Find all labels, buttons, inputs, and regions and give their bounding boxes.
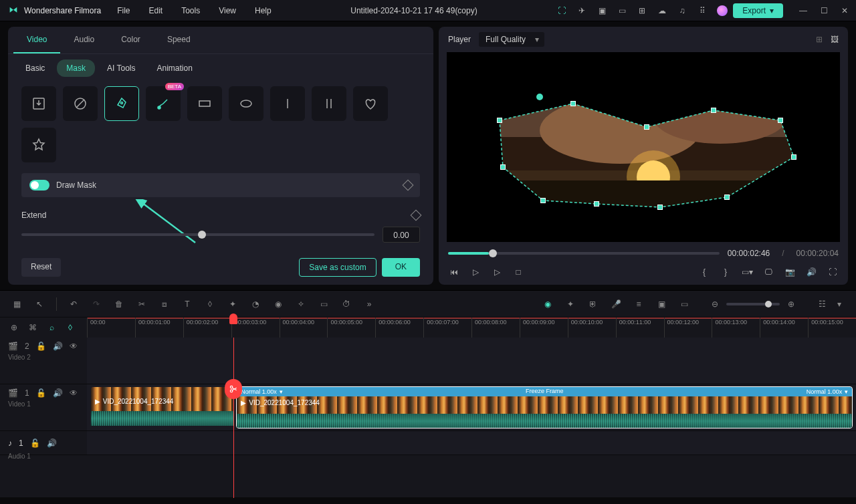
ai-avatar-icon[interactable] — [717, 5, 728, 16]
keyframe-icon[interactable] — [411, 210, 422, 221]
volume-icon[interactable]: 🔊 — [805, 266, 817, 278]
grid-view-icon[interactable]: ⊞ — [816, 35, 823, 44]
library-icon[interactable]: ⊞ — [637, 5, 647, 16]
shield-icon[interactable]: ⛨ — [587, 298, 599, 310]
mask-pivot-handle[interactable] — [536, 94, 543, 100]
mark-out-icon[interactable]: } — [720, 266, 732, 278]
mixer-icon[interactable]: ≡ — [633, 298, 645, 310]
tab-video[interactable]: Video — [13, 27, 60, 53]
mask-heart[interactable] — [353, 86, 388, 121]
mute-icon[interactable]: 🔊 — [53, 388, 63, 398]
extend-value[interactable]: 0.00 — [383, 227, 420, 243]
export-button[interactable]: Export ▾ — [733, 3, 783, 18]
timer-icon[interactable]: ⏱ — [340, 298, 352, 310]
tab-audio[interactable]: Audio — [60, 27, 108, 53]
subtab-mask[interactable]: Mask — [57, 59, 95, 77]
more-icon[interactable]: » — [363, 298, 375, 310]
lock-icon[interactable]: 🔓 — [36, 388, 46, 398]
ai-tool-icon[interactable]: ✧ — [295, 298, 307, 310]
lock-icon[interactable]: 🔓 — [30, 438, 40, 448]
reset-button[interactable]: Reset — [21, 258, 61, 277]
mask-star[interactable] — [21, 128, 56, 162]
caption-icon[interactable]: ▭ — [678, 298, 690, 310]
mask-handle[interactable] — [657, 205, 663, 210]
maximize-button[interactable]: ☐ — [821, 6, 828, 15]
preview-area[interactable] — [447, 52, 840, 242]
add-track-icon[interactable]: ⊕ — [8, 322, 20, 334]
menu-tools[interactable]: Tools — [181, 6, 200, 15]
mask-brush-draw[interactable]: BETA — [146, 86, 181, 121]
split-icon[interactable]: ✂ — [136, 298, 148, 310]
subtitle-icon[interactable]: ▭ — [318, 298, 330, 310]
color-icon[interactable]: ◉ — [272, 298, 284, 310]
mask-pen-draw[interactable] — [104, 86, 139, 121]
mask-none[interactable] — [63, 86, 98, 121]
mask-line-single[interactable] — [270, 86, 305, 121]
mask-line-double[interactable] — [312, 86, 346, 121]
tab-speed[interactable]: Speed — [154, 27, 204, 53]
playhead-split-button[interactable] — [225, 379, 242, 399]
mask-handle[interactable] — [644, 124, 649, 130]
mask-ellipse[interactable] — [229, 86, 263, 121]
mask-handle[interactable] — [724, 195, 730, 200]
subtab-basic[interactable]: Basic — [16, 59, 54, 77]
save-custom-button[interactable]: Save as custom — [299, 258, 376, 277]
mask-handle[interactable] — [594, 201, 599, 207]
keyframe-icon[interactable] — [403, 180, 414, 191]
track-body[interactable] — [87, 338, 856, 384]
subtab-ai-tools[interactable]: AI Tools — [98, 59, 144, 77]
magnet-icon[interactable]: ⌕ — [45, 322, 58, 334]
menu-file[interactable]: File — [117, 6, 130, 15]
prev-frame-icon[interactable]: ⏮ — [448, 266, 460, 278]
ai-badge-icon[interactable]: ◉ — [542, 298, 554, 310]
quality-select[interactable]: Full Quality — [479, 32, 544, 47]
track-body[interactable] — [87, 431, 856, 455]
cloud-icon[interactable]: ☁ — [657, 5, 667, 16]
timeline-ruler[interactable]: 00:0000:00:01:0000:00:02:0000:00:03:0000… — [87, 318, 856, 338]
zoom-in-icon[interactable]: ⊕ — [785, 298, 797, 310]
visibility-icon[interactable]: 👁 — [70, 342, 78, 351]
ok-button[interactable]: OK — [382, 258, 420, 277]
visibility-icon[interactable]: 👁 — [70, 388, 78, 398]
tab-color[interactable]: Color — [108, 27, 154, 53]
display-icon[interactable]: 🖵 — [762, 266, 774, 278]
snapshot-icon[interactable]: 📷 — [784, 266, 796, 278]
mask-handle[interactable] — [540, 198, 546, 203]
clip[interactable]: ▶VID_20221004_172344 — [91, 387, 233, 428]
send-icon[interactable]: ✈ — [576, 5, 587, 16]
mask-rectangle[interactable] — [187, 86, 222, 121]
redo-icon[interactable]: ↷ — [90, 298, 102, 310]
mic-icon[interactable]: 🎤 — [610, 298, 622, 310]
close-button[interactable]: ✕ — [841, 6, 848, 15]
mask-preview-overlay[interactable] — [486, 70, 800, 224]
enhance-icon[interactable]: ✦ — [564, 298, 576, 310]
stop-icon[interactable]: □ — [512, 266, 524, 278]
zoom-slider[interactable] — [726, 303, 780, 305]
undo-icon[interactable]: ↶ — [68, 298, 80, 310]
pip-icon[interactable]: ▣ — [655, 298, 667, 310]
track-body[interactable]: ▶VID_20221004_172344 Normal 1.00x▾ Freez… — [87, 384, 856, 430]
mask-handle[interactable] — [500, 164, 506, 170]
marker-icon[interactable]: ◊ — [64, 322, 76, 334]
next-frame-icon[interactable]: ▷ — [491, 266, 503, 278]
minimize-button[interactable]: — — [799, 6, 807, 15]
zoom-out-icon[interactable]: ⊖ — [709, 298, 721, 310]
ratio-icon[interactable]: ▭▾ — [741, 266, 753, 278]
delete-icon[interactable]: 🗑 — [113, 298, 125, 310]
speed-icon[interactable]: ◔ — [249, 298, 261, 310]
mute-icon[interactable]: 🔊 — [47, 438, 57, 448]
mute-icon[interactable]: 🔊 — [53, 342, 63, 351]
extend-slider[interactable] — [21, 233, 374, 236]
gift-icon[interactable]: ⛶ — [556, 5, 567, 16]
layout-icon[interactable]: ▦ — [11, 298, 23, 310]
screen-record-icon[interactable]: ▣ — [597, 5, 607, 16]
shape-icon[interactable]: ◊ — [204, 298, 216, 310]
image-view-icon[interactable]: 🖼 — [831, 35, 839, 44]
mark-in-icon[interactable]: { — [698, 266, 710, 278]
menu-help[interactable]: Help — [255, 6, 272, 15]
menu-edit[interactable]: Edit — [149, 6, 163, 15]
play-icon[interactable]: ▷ — [469, 266, 481, 278]
link-icon[interactable]: ⌘ — [27, 322, 39, 334]
mask-handle[interactable] — [711, 108, 716, 113]
track-view-icon[interactable]: ☷ — [816, 298, 828, 310]
